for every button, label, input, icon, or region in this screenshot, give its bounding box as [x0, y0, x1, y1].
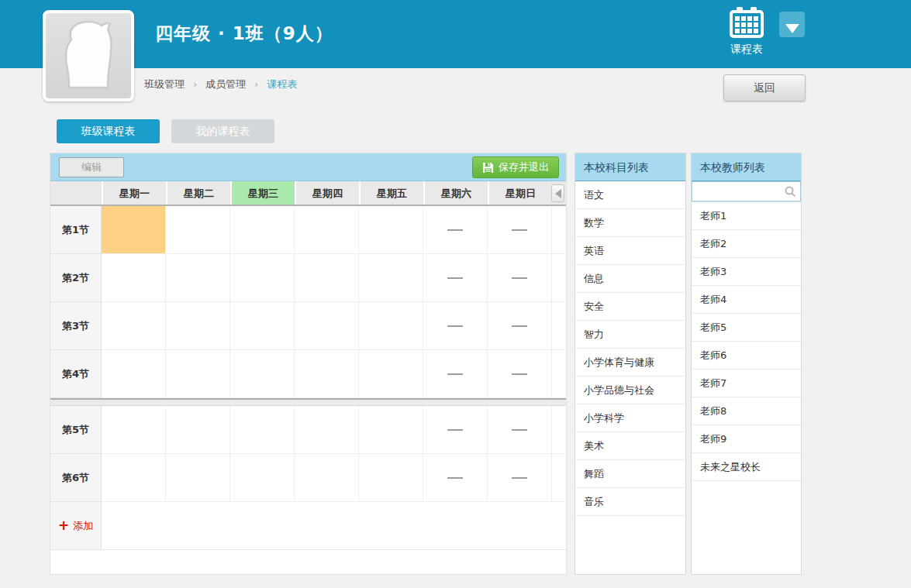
- save-and-exit-label: 保存并退出: [499, 160, 549, 174]
- subject-item[interactable]: 语文: [575, 181, 685, 209]
- teacher-item[interactable]: 未来之星校长: [692, 453, 801, 481]
- disabled-dash: [512, 277, 527, 279]
- schedule-cell-星期六-第6节: [423, 454, 488, 502]
- header-dropdown-button[interactable]: [779, 12, 805, 37]
- schedule-cell-星期四-第1节[interactable]: [295, 206, 359, 254]
- subject-item[interactable]: 音乐: [575, 488, 685, 516]
- schedule-cell-星期三-第2节[interactable]: [230, 254, 295, 302]
- subject-item[interactable]: 小学科学: [575, 404, 685, 432]
- tab-class-schedule[interactable]: 班级课程表: [57, 119, 160, 143]
- schedule-cell-星期五-第1节[interactable]: [359, 206, 423, 254]
- search-icon: [784, 185, 796, 198]
- schedule-cell-星期日-第3节: [488, 302, 552, 350]
- teacher-item[interactable]: 老师2: [692, 230, 801, 258]
- schedule-cell-星期日-第2节: [488, 254, 552, 302]
- breadcrumb: 班级管理 › 成员管理 › 课程表: [144, 77, 297, 91]
- teacher-item[interactable]: 老师4: [692, 286, 801, 314]
- teacher-item[interactable]: 老师1: [692, 202, 801, 230]
- schedule-cell-星期一-第5节[interactable]: [102, 406, 166, 454]
- teacher-item[interactable]: 老师7: [692, 370, 801, 397]
- row-tail: [552, 454, 566, 502]
- breadcrumb-class-management[interactable]: 班级管理: [144, 78, 185, 90]
- schedule-cell-星期四-第5节[interactable]: [295, 406, 359, 454]
- weekday-header-星期五: 星期五: [359, 181, 423, 205]
- morning-afternoon-divider: [50, 398, 566, 406]
- schedule-cell-星期二-第4节[interactable]: [166, 350, 230, 398]
- schedule-cell-星期四-第4节[interactable]: [295, 350, 359, 398]
- add-row-empty-area: [102, 502, 566, 549]
- chevron-left-icon: [555, 189, 561, 198]
- save-and-exit-button[interactable]: 保存并退出: [472, 156, 559, 178]
- schedule-widget[interactable]: 课程表: [726, 7, 768, 57]
- breadcrumb-separator: ›: [254, 79, 258, 90]
- schedule-cell-星期二-第2节[interactable]: [166, 254, 230, 302]
- period-row-第1节: 第1节: [50, 206, 566, 254]
- subject-item[interactable]: 英语: [575, 237, 685, 265]
- edit-button[interactable]: 编辑: [59, 157, 124, 177]
- period-label: 第2节: [50, 254, 102, 302]
- add-period-button[interactable]: + 添加: [50, 502, 102, 549]
- add-period-label: 添加: [73, 519, 93, 533]
- disabled-dash: [512, 477, 527, 479]
- schedule-cell-星期五-第2节[interactable]: [359, 254, 423, 302]
- schedule-cell-星期二-第6节[interactable]: [166, 454, 230, 502]
- period-label: 第3节: [50, 302, 102, 350]
- schedule-cell-星期二-第1节[interactable]: [166, 206, 230, 254]
- subject-item[interactable]: 舞蹈: [575, 460, 685, 488]
- subject-item[interactable]: 小学体育与健康: [575, 349, 685, 377]
- schedule-cell-星期二-第5节[interactable]: [166, 406, 230, 454]
- teacher-item[interactable]: 老师6: [692, 342, 801, 370]
- schedule-cell-星期一-第6节[interactable]: [102, 454, 166, 502]
- teacher-item[interactable]: 老师5: [692, 314, 801, 342]
- schedule-cell-星期一-第2节[interactable]: [102, 254, 166, 302]
- period-row-第5节: 第5节: [50, 406, 566, 454]
- schedule-cell-星期一-第4节[interactable]: [102, 350, 166, 398]
- schedule-cell-星期三-第4节[interactable]: [230, 350, 295, 398]
- chevron-down-icon: [785, 24, 799, 33]
- subject-item[interactable]: 数学: [575, 209, 685, 237]
- weekday-header-星期三: 星期三: [230, 181, 295, 205]
- subject-item[interactable]: 小学品德与社会: [575, 377, 685, 404]
- schedule-cell-星期二-第3节[interactable]: [166, 302, 230, 350]
- subject-item[interactable]: 安全: [575, 293, 685, 321]
- teacher-item[interactable]: 老师8: [692, 397, 801, 425]
- schedule-cell-星期一-第3节[interactable]: [102, 302, 166, 350]
- weekday-header-星期六: 星期六: [423, 181, 488, 205]
- schedule-cell-星期三-第5节[interactable]: [230, 406, 295, 454]
- schedule-cell-星期四-第3节[interactable]: [295, 302, 359, 350]
- schedule-cell-星期四-第2节[interactable]: [295, 254, 359, 302]
- period-row-第6节: 第6节: [50, 454, 566, 502]
- schedule-cell-星期五-第6节[interactable]: [359, 454, 423, 502]
- schedule-grid-body: 第1节第2节第3节第4节第5节第6节: [50, 206, 566, 502]
- schedule-cell-星期三-第3节[interactable]: [230, 302, 295, 350]
- row-tail: [552, 406, 566, 454]
- grid-corner-cell: [50, 181, 102, 205]
- row-tail: [552, 206, 566, 254]
- breadcrumb-separator: ›: [193, 79, 197, 90]
- schedule-cell-星期四-第6节[interactable]: [295, 454, 359, 502]
- scroll-left-button[interactable]: [551, 184, 564, 202]
- schedule-cell-星期五-第4节[interactable]: [359, 350, 423, 398]
- schedule-cell-星期六-第2节: [423, 254, 488, 302]
- subject-item[interactable]: 智力: [575, 321, 685, 349]
- back-button[interactable]: 返回: [723, 74, 806, 101]
- tab-my-schedule[interactable]: 我的课程表: [171, 119, 274, 143]
- disabled-dash: [447, 325, 463, 327]
- breadcrumb-schedule-current: 课程表: [267, 78, 297, 90]
- subject-item[interactable]: 美术: [575, 432, 685, 460]
- teacher-item[interactable]: 老师3: [692, 258, 801, 286]
- schedule-cell-selected[interactable]: [102, 206, 166, 254]
- schedule-cell-星期三-第1节[interactable]: [230, 206, 295, 254]
- period-label: 第5节: [50, 406, 102, 454]
- breadcrumb-member-management[interactable]: 成员管理: [205, 78, 246, 90]
- subject-item[interactable]: 信息: [575, 265, 685, 293]
- teacher-item[interactable]: 老师9: [692, 425, 801, 453]
- schedule-cell-星期五-第3节[interactable]: [359, 302, 423, 350]
- teachers-list: 老师1老师2老师3老师4老师5老师6老师7老师8老师9未来之星校长: [692, 202, 801, 481]
- schedule-cell-星期六-第3节: [423, 302, 488, 350]
- class-avatar: [43, 10, 134, 101]
- weekday-header-row: 星期一星期二星期三星期四星期五星期六星期日: [50, 181, 566, 206]
- weekday-header-星期四: 星期四: [295, 181, 359, 205]
- schedule-cell-星期五-第5节[interactable]: [359, 406, 423, 454]
- schedule-cell-星期三-第6节[interactable]: [230, 454, 295, 502]
